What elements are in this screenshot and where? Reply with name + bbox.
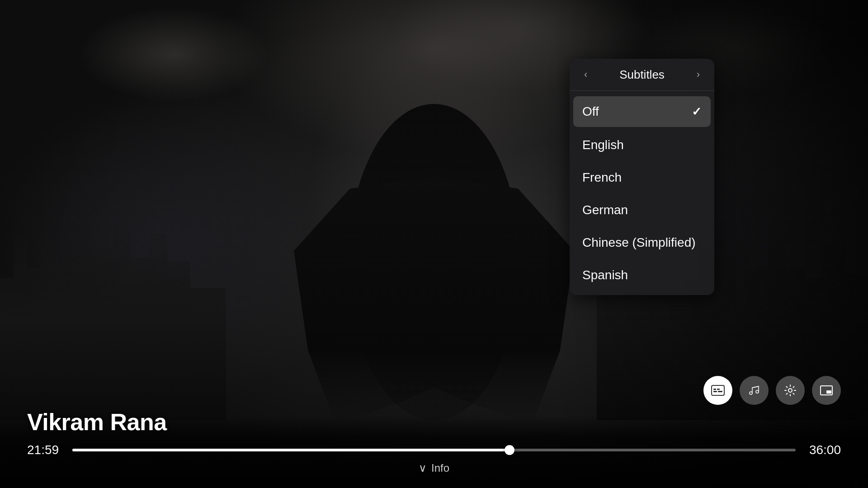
player-controls-bar: Vikram Rana 21:59 36:00 ∨ Info xyxy=(0,416,868,488)
svg-line-5 xyxy=(752,386,759,388)
current-time: 21:59 xyxy=(27,443,63,457)
total-time: 36:00 xyxy=(805,443,841,457)
pip-button[interactable] xyxy=(812,376,841,405)
checkmark-off: ✓ xyxy=(692,105,702,119)
settings-button[interactable] xyxy=(776,376,805,405)
menu-header: ‹ Subtitles › xyxy=(570,59,714,91)
subtitles-menu: ‹ Subtitles › Off ✓ English French Germa… xyxy=(570,59,714,295)
info-chevron: ∨ xyxy=(419,462,427,474)
control-buttons-row xyxy=(27,376,841,405)
info-label: Info xyxy=(431,462,449,474)
subtitle-option-english-label: English xyxy=(582,138,624,152)
progress-fill xyxy=(72,449,510,451)
subtitle-option-chinese-simplified[interactable]: Chinese (Simplified) xyxy=(570,226,714,259)
progress-row: 21:59 36:00 xyxy=(27,443,841,457)
subtitle-option-off-label: Off xyxy=(582,104,599,119)
gear-icon xyxy=(784,384,797,397)
svg-rect-3 xyxy=(713,391,717,392)
svg-rect-0 xyxy=(712,385,724,395)
subtitle-option-spanish[interactable]: Spanish xyxy=(570,259,714,291)
pip-icon xyxy=(820,385,833,395)
progress-thumb xyxy=(505,445,514,455)
cc-icon xyxy=(711,385,725,396)
info-bar[interactable]: ∨ Info xyxy=(27,462,841,479)
svg-point-6 xyxy=(788,389,792,392)
svg-rect-8 xyxy=(826,390,831,394)
subtitle-options-list: Off ✓ English French German Chinese (Sim… xyxy=(570,91,714,295)
music-icon xyxy=(748,384,760,397)
menu-title: Subtitles xyxy=(591,68,693,82)
subtitle-option-german-label: German xyxy=(582,203,628,217)
svg-rect-1 xyxy=(713,389,716,390)
subtitle-option-english[interactable]: English xyxy=(570,129,714,161)
menu-next-button[interactable]: › xyxy=(693,67,703,82)
subtitle-option-chinese-simplified-label: Chinese (Simplified) xyxy=(582,235,696,250)
subtitles-button[interactable] xyxy=(703,376,732,405)
audio-button[interactable] xyxy=(740,376,769,405)
movie-title: Vikram Rana xyxy=(27,409,167,435)
subtitle-option-french[interactable]: French xyxy=(570,161,714,194)
subtitle-option-german[interactable]: German xyxy=(570,194,714,226)
menu-prev-button[interactable]: ‹ xyxy=(580,67,591,82)
subtitle-option-french-label: French xyxy=(582,170,622,185)
svg-rect-2 xyxy=(717,389,720,390)
subtitle-option-spanish-label: Spanish xyxy=(582,268,628,282)
svg-rect-4 xyxy=(718,391,722,392)
subtitle-option-off[interactable]: Off ✓ xyxy=(573,96,711,127)
progress-bar[interactable] xyxy=(72,449,796,451)
